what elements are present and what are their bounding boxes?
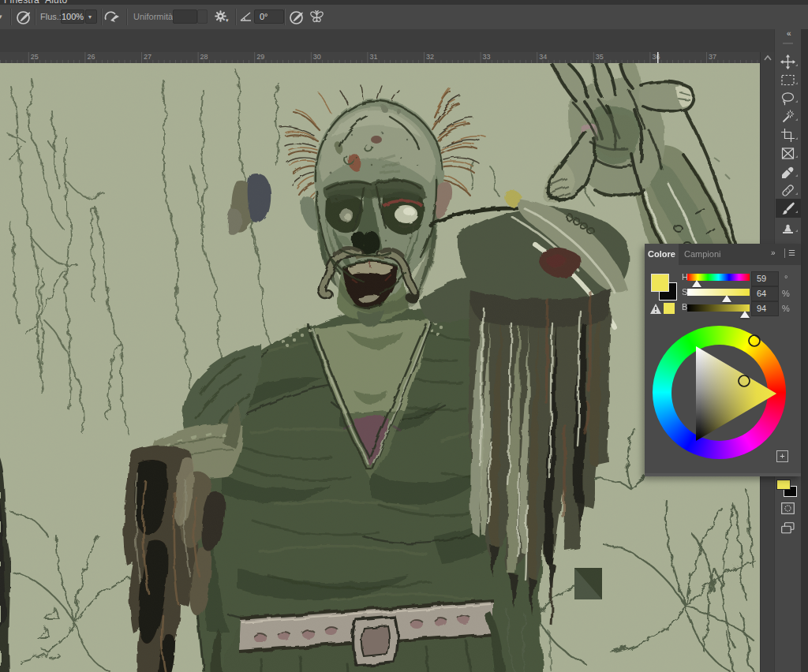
svg-text:35: 35 bbox=[596, 53, 604, 61]
svg-text:34: 34 bbox=[539, 53, 547, 61]
svg-text:36: 36 bbox=[652, 53, 660, 61]
svg-text:27: 27 bbox=[144, 53, 152, 61]
svg-text:33: 33 bbox=[483, 53, 491, 61]
svg-text:37: 37 bbox=[709, 53, 716, 61]
svg-text:28: 28 bbox=[200, 53, 208, 61]
svg-text:31: 31 bbox=[369, 53, 377, 61]
svg-text:25: 25 bbox=[31, 53, 39, 61]
svg-text:26: 26 bbox=[87, 53, 95, 61]
svg-text:30: 30 bbox=[313, 53, 321, 61]
svg-text:29: 29 bbox=[256, 53, 264, 61]
svg-text:32: 32 bbox=[426, 53, 434, 61]
